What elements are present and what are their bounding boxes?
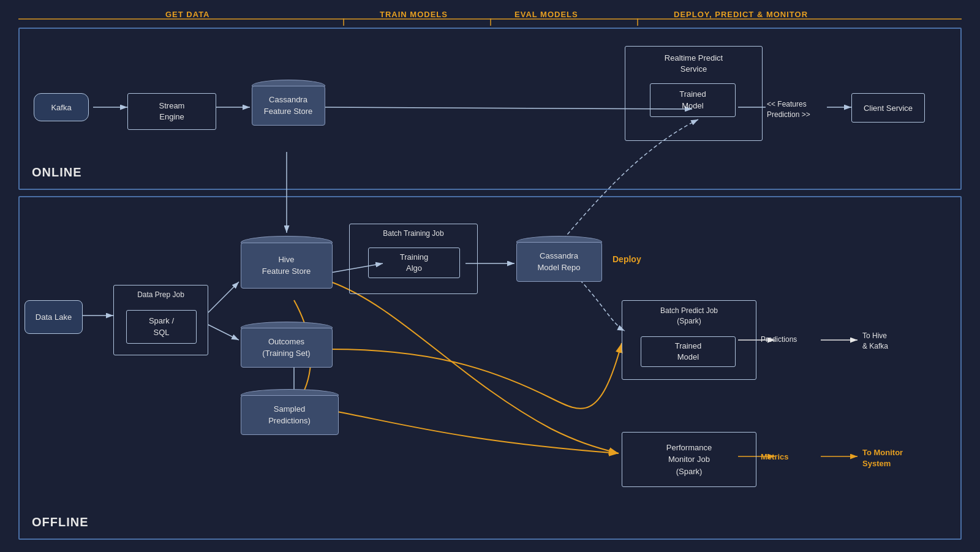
divider-3	[637, 18, 638, 26]
divider-1	[343, 18, 344, 26]
performance-monitor-label: Performance Monitor Job (Spark)	[666, 442, 712, 478]
kafka-label: Kafka	[51, 103, 71, 112]
cassandra-feature-store-online: Cassandra Feature Store	[250, 80, 326, 126]
predictions-label: Predictions	[761, 335, 797, 344]
prediction-label: Prediction >>	[767, 110, 810, 119]
batch-predict-job: Batch Predict Job (Spark) Trained Model	[622, 300, 756, 380]
outcomes-node: Outcomes (Training Set)	[239, 322, 334, 368]
hive-feature-store: Hive Feature Store	[239, 236, 334, 289]
phase-eval-models: EVAL MODELS	[514, 10, 578, 19]
cassandra-model-repo-label: Cassandra Model Repo	[537, 251, 580, 273]
training-algo-label: Training Algo	[400, 252, 428, 274]
data-prep-label: Data Prep Job	[114, 290, 208, 299]
realtime-predict-service: Realtime Predict Service Trained Model	[625, 46, 763, 141]
outcomes-label: Outcomes (Training Set)	[262, 336, 310, 358]
batch-predict-label: Batch Predict Job (Spark)	[622, 306, 756, 327]
cassandra-model-repo: Cassandra Model Repo	[514, 236, 603, 282]
stream-engine-node: Stream Engine	[127, 93, 216, 130]
online-label: ONLINE	[32, 165, 82, 180]
offline-label: OFFLINE	[32, 515, 89, 529]
trained-model-online-label: Trained Model	[679, 89, 706, 111]
phase-train-models: TRAIN MODELS	[380, 10, 448, 19]
metrics-label: Metrics	[761, 452, 789, 461]
phase-deploy: DEPLOY, PREDICT & MONITOR	[674, 10, 808, 19]
phase-get-data: GET DATA	[165, 10, 210, 19]
sampled-predictions-node: Sampled Predictions)	[239, 389, 340, 435]
data-lake-node: Data Lake	[24, 300, 83, 334]
data-prep-job: Data Prep Job Spark / SQL	[113, 285, 208, 355]
client-service-node: Client Service	[851, 93, 925, 123]
to-hive-kafka-label: To Hive & Kafka	[862, 331, 888, 352]
to-monitor-label: To Monitor System	[862, 447, 903, 469]
trained-model-offline-label: Trained Model	[675, 341, 702, 363]
stream-engine-label: Stream Engine	[159, 100, 185, 123]
offline-section: OFFLINE	[18, 196, 962, 540]
features-label: << Features	[767, 100, 807, 108]
performance-monitor-node: Performance Monitor Job (Spark)	[622, 432, 756, 487]
hive-fs-label: Hive Feature Store	[262, 254, 311, 276]
batch-training-label: Batch Training Job	[350, 229, 477, 238]
spark-sql-label: Spark / SQL	[149, 316, 174, 338]
cassandra-fs-online-label: Cassandra Feature Store	[264, 94, 313, 116]
sampled-predictions-label: Sampled Predictions)	[268, 404, 311, 426]
data-lake-label: Data Lake	[36, 312, 72, 322]
spark-sql-node: Spark / SQL	[126, 310, 197, 344]
kafka-node: Kafka	[34, 93, 89, 121]
training-algo-node: Training Algo	[368, 248, 460, 278]
divider-2	[490, 18, 491, 26]
batch-training-job: Batch Training Job Training Algo	[349, 224, 478, 294]
trained-model-offline: Trained Model	[641, 336, 736, 367]
deploy-label: Deploy	[612, 254, 641, 264]
realtime-title: Realtime Predict Service	[625, 53, 762, 75]
client-service-label: Client Service	[864, 104, 913, 113]
trained-model-online: Trained Model	[650, 83, 736, 117]
